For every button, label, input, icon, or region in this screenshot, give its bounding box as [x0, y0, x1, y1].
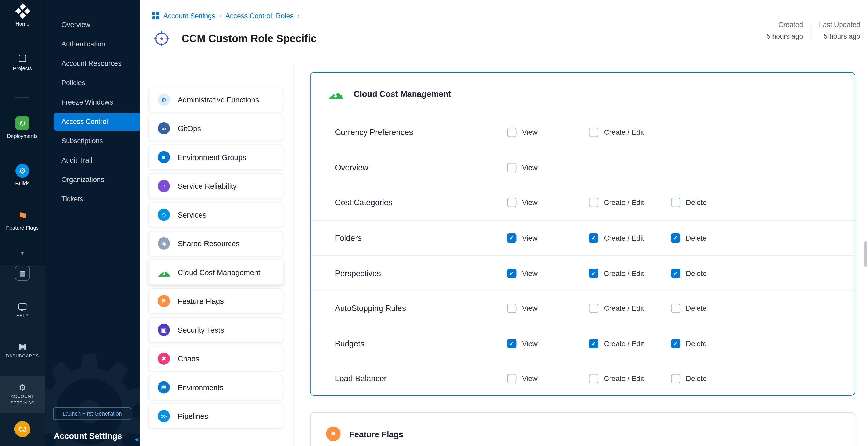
environment-groups-icon: ≡: [158, 151, 170, 163]
settings-sidebar: ⚙ OverviewAuthenticationAccount Resource…: [45, 0, 140, 446]
delete-checkbox[interactable]: [671, 374, 680, 383]
resource-name: AutoStopping Rules: [311, 304, 406, 313]
nav-builds[interactable]: ⚙ Builds: [0, 164, 45, 187]
resource-item-services[interactable]: ◇Services: [149, 202, 283, 228]
view-checkbox[interactable]: ✓: [507, 233, 516, 243]
breadcrumb-account-settings[interactable]: Account Settings: [163, 12, 215, 20]
sidebar-item-audit-trail[interactable]: Audit Trail: [45, 152, 140, 169]
nav-help-label: HELP: [16, 313, 29, 319]
sidebar-title: Account Settings: [54, 431, 122, 440]
view-checkbox[interactable]: ✓: [507, 268, 516, 278]
nav-home[interactable]: Home: [0, 4, 45, 27]
gear-watermark-icon: ⚙: [45, 335, 140, 446]
resource-name: Load Balancer: [311, 374, 387, 383]
permission-autostopping-rules-delete: Delete: [671, 304, 707, 313]
permission-label: Create / Edit: [604, 234, 644, 242]
resource-name: Cost Categories: [311, 198, 393, 207]
collapse-sidebar-icon[interactable]: ◀: [134, 436, 138, 442]
resource-item-environment-groups[interactable]: ≡Environment Groups: [149, 145, 283, 170]
dollar-sign: $: [334, 92, 337, 98]
permission-row-budgets: Budgets✓View✓Create / Edit✓Delete: [311, 326, 855, 361]
create-edit-checkbox[interactable]: ✓: [589, 268, 598, 278]
resource-item-administrative-functions[interactable]: ⚙Administrative Functions: [149, 87, 283, 113]
permission-label: View: [522, 128, 537, 136]
last-updated-block: Last Updated 5 hours ago: [819, 21, 860, 40]
resource-item-pipelines[interactable]: ≫Pipelines: [149, 404, 283, 429]
delete-checkbox[interactable]: ✓: [671, 339, 680, 348]
page-title: CCM Custom Role Specific: [182, 33, 316, 45]
nav-help[interactable]: HELP: [0, 303, 45, 319]
nav-dashboards[interactable]: ▦ DASHBOARDS: [0, 342, 45, 360]
app-root: Home ▢ Projects ↻ Deployments ⚙ Builds ⚑…: [0, 0, 868, 446]
delete-checkbox[interactable]: [671, 198, 680, 208]
sidebar-item-organizations[interactable]: Organizations: [45, 171, 140, 189]
nav-account-settings[interactable]: ⚙ ACCOUNT SETTINGS: [0, 376, 45, 413]
account-settings-icon: [152, 12, 160, 19]
sidebar-item-subscriptions[interactable]: Subscriptions: [45, 132, 140, 150]
nav-deployments[interactable]: ↻ Deployments: [0, 116, 45, 139]
nav-feature-flags[interactable]: ⚑ Feature Flags: [0, 211, 45, 231]
sidebar-item-policies[interactable]: Policies: [45, 74, 140, 92]
cloud-cost-management-icon: ☁$: [326, 85, 345, 102]
view-checkbox[interactable]: [507, 304, 516, 313]
chat-bubble-icon: [18, 303, 27, 310]
breadcrumb-access-control-roles[interactable]: Access Control: Roles: [225, 12, 293, 20]
create-edit-checkbox[interactable]: [589, 304, 598, 313]
feature-flags-panel: ⚑ Feature Flags: [310, 412, 855, 446]
delete-checkbox[interactable]: [671, 304, 680, 313]
resource-label: Shared Resources: [178, 239, 240, 248]
module-picker-button[interactable]: ▦: [15, 265, 30, 281]
sidebar-item-access-control[interactable]: Access Control: [54, 113, 140, 131]
nav-projects[interactable]: ▢ Projects: [0, 53, 45, 71]
view-checkbox[interactable]: [507, 163, 516, 172]
services-icon: ◇: [158, 209, 170, 221]
create-edit-checkbox[interactable]: [589, 198, 598, 208]
create-edit-checkbox[interactable]: [589, 128, 598, 137]
deployments-icon: ↻: [16, 116, 29, 130]
permission-label: View: [522, 375, 537, 383]
chaos-icon: ✖: [158, 353, 170, 365]
view-checkbox[interactable]: [507, 128, 516, 137]
resource-label: Chaos: [178, 354, 199, 363]
resource-item-security-tests[interactable]: ▣Security Tests: [149, 317, 283, 343]
view-checkbox[interactable]: [507, 374, 516, 383]
resource-item-gitops[interactable]: ∞GitOps: [149, 116, 283, 141]
user-avatar[interactable]: CJ: [14, 421, 30, 437]
breadcrumb: Account Settings › Access Control: Roles…: [152, 11, 300, 20]
scrollbar-thumb[interactable]: [864, 241, 867, 267]
sidebar-item-tickets[interactable]: Tickets: [45, 190, 140, 208]
chevron-down-icon[interactable]: ▼: [0, 250, 45, 256]
sidebar-item-freeze-windows[interactable]: Freeze Windows: [45, 93, 140, 111]
flag-icon: ⚑: [18, 211, 27, 222]
sidebar-item-overview[interactable]: Overview: [45, 16, 140, 34]
sidebar-item-authentication[interactable]: Authentication: [45, 35, 140, 53]
launch-first-generation-button[interactable]: Launch First Generation: [53, 407, 131, 420]
create-edit-checkbox[interactable]: ✓: [589, 233, 598, 243]
permission-folders-delete: ✓Delete: [671, 233, 707, 243]
delete-checkbox[interactable]: ✓: [671, 233, 680, 243]
resource-item-cloud-cost-management[interactable]: ☁$Cloud Cost Management: [149, 260, 283, 285]
resource-label: Pipelines: [178, 412, 208, 420]
permission-label: Delete: [686, 234, 707, 242]
permission-label: Create / Edit: [604, 269, 644, 277]
resource-item-service-reliability[interactable]: ◔Service Reliability: [149, 173, 283, 199]
resource-item-chaos[interactable]: ✖Chaos: [149, 346, 283, 372]
nav-projects-label: Projects: [13, 65, 32, 71]
permission-cost-categories-create-edit: Create / Edit: [589, 198, 644, 208]
resource-item-feature-flags[interactable]: ⚑Feature Flags: [149, 288, 283, 314]
permission-load-balancer-create-edit: Create / Edit: [589, 374, 644, 383]
resource-name: Perspectives: [311, 269, 381, 278]
resource-label: Services: [178, 211, 206, 219]
resource-label: Administrative Functions: [178, 95, 259, 104]
view-checkbox[interactable]: ✓: [507, 339, 516, 348]
create-edit-checkbox[interactable]: ✓: [589, 339, 598, 348]
resource-name: Currency Preferences: [311, 128, 413, 136]
resource-item-environments[interactable]: ▤Environments: [149, 375, 283, 400]
create-edit-checkbox[interactable]: [589, 374, 598, 383]
permission-budgets-create-edit: ✓Create / Edit: [589, 339, 644, 348]
harness-logo-icon: [16, 4, 29, 18]
sidebar-item-account-resources[interactable]: Account Resources: [45, 55, 140, 72]
delete-checkbox[interactable]: ✓: [671, 268, 680, 278]
resource-item-shared-resources[interactable]: ◈Shared Resources: [149, 231, 283, 256]
view-checkbox[interactable]: [507, 198, 516, 208]
